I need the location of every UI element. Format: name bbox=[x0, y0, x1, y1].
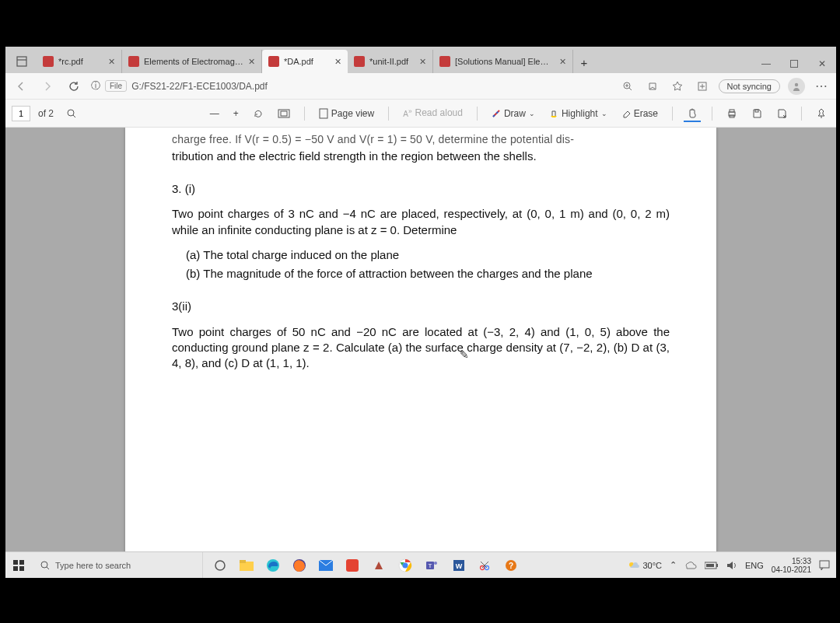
tab-unit2-pdf[interactable]: *unit-II.pdf ✕ bbox=[348, 50, 433, 73]
tab-label: *DA.pdf bbox=[284, 57, 330, 66]
url-text: G:/FS21-22/F1-ECE1003/DA.pdf bbox=[131, 81, 268, 92]
pin-toolbar-icon[interactable] bbox=[813, 105, 830, 122]
more-menu-icon[interactable]: ⋯ bbox=[813, 78, 830, 95]
url-field[interactable]: ⓘ File G:/FS21-22/F1-ECE1003/DA.pdf bbox=[91, 79, 611, 93]
rotate-button[interactable] bbox=[250, 107, 267, 121]
onedrive-icon[interactable] bbox=[684, 561, 697, 569]
battery-icon[interactable] bbox=[705, 562, 719, 569]
svg-rect-6 bbox=[439, 56, 450, 67]
svg-rect-3 bbox=[128, 56, 139, 67]
save-as-icon[interactable] bbox=[773, 105, 790, 122]
svg-rect-5 bbox=[354, 56, 365, 67]
back-button[interactable] bbox=[12, 77, 30, 96]
svg-rect-55 bbox=[706, 564, 714, 567]
browser-window: *rc.pdf ✕ Elements of Electromagnetic ✕ … bbox=[5, 47, 836, 578]
zoom-in-button[interactable]: + bbox=[230, 107, 242, 121]
erase-button[interactable]: Erase bbox=[618, 107, 661, 121]
page-number-input[interactable] bbox=[12, 106, 30, 121]
close-icon[interactable]: ✕ bbox=[419, 57, 426, 67]
pdf-viewport[interactable]: charge free. If V(r = 0.5) = −50 V and V… bbox=[5, 128, 836, 578]
tray-chevron-up-icon[interactable]: ⌃ bbox=[670, 560, 677, 570]
teams-icon[interactable]: T bbox=[422, 556, 441, 575]
taskbar-search[interactable]: Type here to search bbox=[32, 552, 203, 578]
language-indicator[interactable]: ENG bbox=[745, 561, 764, 570]
tab-elements-book[interactable]: Elements of Electromagnetic ✕ bbox=[122, 50, 262, 73]
svg-text:W: W bbox=[456, 562, 463, 570]
close-icon[interactable]: ✕ bbox=[248, 57, 255, 67]
snip-icon[interactable] bbox=[475, 556, 494, 575]
help-icon[interactable]: ? bbox=[502, 556, 520, 575]
tab-rc-pdf[interactable]: *rc.pdf ✕ bbox=[37, 50, 122, 73]
svg-rect-56 bbox=[820, 561, 829, 568]
not-syncing-chip[interactable]: Not syncing bbox=[719, 79, 780, 93]
page-view-button[interactable]: Page view bbox=[316, 107, 377, 121]
svg-rect-2 bbox=[43, 56, 54, 67]
svg-point-31 bbox=[215, 561, 225, 570]
favorites-icon[interactable] bbox=[669, 78, 686, 95]
svg-rect-27 bbox=[13, 566, 18, 571]
read-aloud-button[interactable]: A»Read aloud bbox=[400, 106, 466, 120]
close-icon[interactable]: ✕ bbox=[559, 57, 566, 67]
close-icon[interactable]: ✕ bbox=[334, 57, 341, 67]
edge-icon[interactable] bbox=[264, 556, 282, 575]
tab-da-pdf[interactable]: *DA.pdf ✕ bbox=[262, 50, 348, 73]
read-mode-icon[interactable] bbox=[644, 78, 661, 95]
cortana-icon[interactable] bbox=[211, 556, 229, 575]
weather-widget[interactable]: 30°C bbox=[627, 560, 662, 571]
draw-button[interactable]: Draw⌄ bbox=[488, 107, 538, 121]
taskbar-apps: T W ? bbox=[203, 556, 528, 575]
word-icon[interactable]: W bbox=[449, 556, 467, 575]
q3i-paragraph: Two point charges of 3 nC and −4 nC are … bbox=[172, 206, 670, 238]
fit-button[interactable] bbox=[275, 107, 293, 120]
window-maximize[interactable] bbox=[785, 54, 803, 73]
new-tab-button[interactable]: + bbox=[573, 51, 595, 73]
pdf-icon bbox=[268, 56, 279, 67]
svg-rect-24 bbox=[755, 110, 758, 112]
search-icon[interactable] bbox=[66, 108, 77, 119]
tab-label: [Solutions Manual] Elements bbox=[455, 57, 555, 66]
svg-text:T: T bbox=[429, 562, 432, 569]
window-close[interactable]: ✕ bbox=[813, 54, 831, 73]
collections-icon[interactable] bbox=[694, 78, 711, 95]
svg-point-43 bbox=[434, 562, 437, 565]
clock[interactable]: 15:33 04-10-2021 bbox=[772, 557, 811, 574]
close-icon[interactable]: ✕ bbox=[108, 57, 115, 67]
forward-button[interactable] bbox=[38, 77, 57, 96]
window-minimize[interactable]: ― bbox=[757, 54, 775, 73]
refresh-button[interactable] bbox=[65, 77, 83, 96]
print-icon[interactable] bbox=[723, 105, 740, 122]
tab-strip: *rc.pdf ✕ Elements of Electromagnetic ✕ … bbox=[5, 47, 836, 73]
svg-point-15 bbox=[795, 82, 798, 86]
file-chip: File bbox=[105, 80, 127, 92]
svg-point-40 bbox=[403, 562, 408, 568]
notifications-icon[interactable] bbox=[819, 560, 830, 571]
svg-rect-0 bbox=[17, 57, 26, 66]
address-bar: ⓘ File G:/FS21-22/F1-ECE1003/DA.pdf Not … bbox=[5, 73, 836, 100]
search-icon bbox=[40, 560, 51, 571]
svg-rect-7 bbox=[791, 61, 798, 68]
svg-rect-19 bbox=[281, 111, 287, 116]
tab-actions-button[interactable] bbox=[10, 50, 33, 73]
firefox-icon[interactable] bbox=[290, 556, 309, 575]
svg-line-30 bbox=[47, 567, 49, 569]
mail-icon[interactable] bbox=[317, 556, 335, 575]
profile-avatar[interactable] bbox=[788, 78, 805, 95]
zoom-out-button[interactable]: ― bbox=[207, 107, 222, 121]
highlight-button[interactable]: Highlight⌄ bbox=[546, 107, 611, 121]
pdf-toolbar: of 2 ― + Page view A»Read aloud Draw⌄ Hi… bbox=[5, 100, 836, 128]
tab-solutions-manual[interactable]: [Solutions Manual] Elements ✕ bbox=[433, 50, 573, 73]
up-arrow-icon[interactable] bbox=[369, 556, 388, 575]
chrome-icon[interactable] bbox=[396, 556, 415, 575]
hand-tool-icon[interactable] bbox=[684, 105, 701, 122]
save-icon[interactable] bbox=[748, 105, 765, 122]
file-explorer-icon[interactable] bbox=[237, 556, 256, 575]
svg-point-29 bbox=[41, 562, 47, 568]
start-button[interactable] bbox=[5, 560, 32, 571]
pencil-annotation-icon: ✎ bbox=[460, 348, 469, 362]
todoist-icon[interactable] bbox=[343, 556, 362, 575]
zoom-icon[interactable] bbox=[619, 78, 636, 95]
svg-rect-28 bbox=[19, 566, 24, 571]
svg-point-16 bbox=[68, 110, 74, 116]
pdf-icon bbox=[128, 56, 139, 67]
volume-icon[interactable] bbox=[726, 561, 737, 570]
